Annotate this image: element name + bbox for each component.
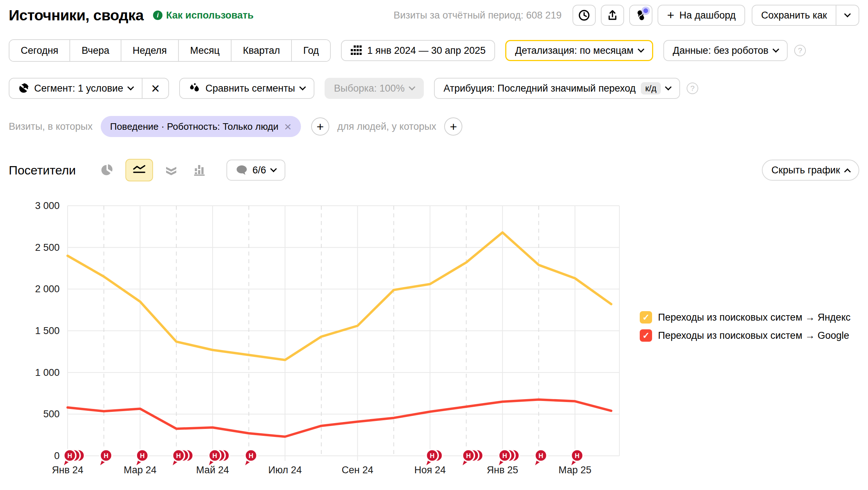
annotation-marker[interactable]: Н	[173, 450, 193, 466]
chevron-down-icon	[299, 84, 306, 90]
svg-text:Ноя 24: Ноя 24	[414, 465, 446, 475]
legend-item-0[interactable]: ✓Переходы из поисковых систем → Яндекс	[640, 311, 851, 324]
chart-type-area-button[interactable]	[161, 160, 181, 180]
export-button[interactable]	[601, 5, 624, 26]
chart-legend: ✓Переходы из поисковых систем → Яндекс✓П…	[640, 311, 851, 342]
chart-type-line-button[interactable]	[125, 159, 153, 181]
annotation-marker[interactable]: Н	[462, 450, 483, 466]
annotation-marker[interactable]: Н	[426, 450, 443, 466]
svg-text:Н: Н	[466, 452, 471, 459]
add-people-filter-button[interactable]: +	[444, 117, 462, 136]
visits-period-stat: Визиты за отчётный период: 608 219	[394, 10, 562, 21]
legend-checkbox-checked[interactable]: ✓	[640, 311, 652, 324]
annotation-marker[interactable]: Н	[535, 450, 547, 466]
date-range-label: 1 янв 2024 — 30 апр 2025	[367, 45, 486, 56]
annotation-marker[interactable]: Н	[64, 450, 85, 466]
add-to-dashboard-button[interactable]: + На дашборд	[658, 5, 745, 26]
annotations-dropdown[interactable]: 6/6	[226, 160, 286, 181]
svg-text:Мар 25: Мар 25	[559, 465, 591, 475]
export-icon	[606, 9, 619, 22]
segment-controls-row: Сегмент: 1 условие × Сравнить сегменты В…	[9, 77, 859, 100]
chevron-up-icon	[844, 168, 851, 175]
svg-text:Н: Н	[140, 452, 145, 459]
period-tab-0[interactable]: Сегодня	[9, 40, 69, 61]
annotation-marker[interactable]: Н	[245, 450, 257, 466]
annotation-marker[interactable]: Н	[209, 450, 229, 466]
sampling-dropdown[interactable]: Выборка: 100%	[325, 78, 424, 99]
save-as-split-button: Сохранить как	[752, 5, 859, 26]
svg-text:Янв 25: Янв 25	[487, 465, 518, 475]
report-history-button[interactable]	[572, 5, 596, 26]
svg-text:Н: Н	[176, 452, 181, 459]
plus-icon: +	[667, 9, 674, 21]
annotations-count: 6/6	[253, 165, 266, 176]
annotation-marker[interactable]: Н	[571, 450, 583, 466]
period-tab-2[interactable]: Неделя	[121, 40, 178, 61]
visitors-chart: 05001 0001 5002 0002 5003 000 Янв 24Мар …	[9, 201, 859, 490]
chevron-down-icon	[409, 84, 415, 90]
legend-checkbox-checked[interactable]: ✓	[640, 329, 652, 342]
compare-segments-dropdown[interactable]: Сравнить сегменты	[179, 78, 314, 99]
save-as-label: Сохранить как	[761, 10, 827, 21]
period-controls-row: СегодняВчераНеделяМесяцКварталГод 1 янв …	[9, 39, 859, 62]
chart-type-pie-button[interactable]	[97, 160, 117, 180]
behavior-filter-chip[interactable]: Поведение · Роботность: Только люди ×	[101, 116, 301, 137]
line-chart-canvas[interactable]: Янв 24Мар 24Май 24Июл 24Сен 24Ноя 24Янв …	[37, 201, 626, 488]
series-line-1[interactable]	[68, 399, 611, 437]
sampling-label: Выборка: 100%	[334, 83, 405, 94]
filter-middle-label: для людей, у которых	[337, 121, 436, 132]
chart-type-columns-button[interactable]	[189, 160, 210, 180]
svg-text:Сен 24: Сен 24	[342, 465, 373, 475]
calendar-grid-icon	[350, 45, 362, 56]
chevron-down-icon	[638, 46, 644, 52]
detalization-dropdown[interactable]: Детализация: по месяцам	[505, 40, 653, 61]
legend-item-1[interactable]: ✓Переходы из поисковых систем → Google	[640, 329, 851, 342]
page-title: Источники, сводка	[9, 7, 144, 24]
annotation-marker[interactable]: Н	[499, 450, 519, 466]
period-tab-1[interactable]: Вчера	[69, 40, 120, 61]
filter-chip-label: Поведение · Роботность: Только люди	[110, 121, 278, 132]
detalization-label: Детализация: по месяцам	[515, 45, 634, 56]
annotation-marker[interactable]: Н	[100, 450, 112, 466]
sources-summary-page: Источники, сводка i Как использовать Виз…	[0, 0, 868, 490]
hide-chart-button[interactable]: Скрыть график	[762, 160, 859, 181]
add-to-dashboard-label: На дашборд	[679, 10, 736, 21]
segment-label: Сегмент: 1 условие	[34, 83, 123, 94]
info-icon: i	[153, 11, 162, 20]
close-icon[interactable]: ×	[284, 120, 292, 134]
filter-row: Визиты, в которых Поведение · Роботность…	[9, 116, 859, 137]
save-as-button[interactable]: Сохранить как	[752, 5, 836, 25]
series-line-0[interactable]	[68, 232, 611, 360]
segment-dropdown[interactable]: Сегмент: 1 условие	[9, 79, 142, 98]
data-mode-dropdown[interactable]: Данные: без роботов	[663, 40, 788, 61]
clock-icon	[578, 9, 591, 22]
period-tab-4[interactable]: Квартал	[231, 40, 291, 61]
segment-pie-icon	[18, 83, 29, 94]
period-tab-3[interactable]: Месяц	[178, 40, 231, 61]
chevron-down-icon	[270, 165, 277, 172]
svg-text:Н: Н	[212, 452, 217, 459]
svg-text:Н: Н	[68, 452, 72, 459]
svg-text:Н: Н	[502, 452, 507, 459]
save-as-menu-button[interactable]	[836, 5, 859, 25]
data-mode-label: Данные: без роботов	[673, 45, 768, 56]
chart-header: Посетители	[9, 158, 859, 182]
comments-button[interactable]	[629, 5, 652, 26]
attribution-dropdown[interactable]: Атрибуция: Последний значимый переход к/…	[434, 78, 680, 99]
period-tab-5[interactable]: Год	[291, 40, 330, 61]
help-icon[interactable]: ?	[687, 83, 698, 94]
how-to-use-link[interactable]: i Как использовать	[153, 10, 254, 21]
legend-label: Переходы из поисковых систем → Google	[658, 330, 849, 341]
segment-clear-button[interactable]: ×	[142, 79, 168, 98]
columns-chart-icon	[193, 164, 206, 176]
chevron-down-icon	[844, 11, 851, 17]
svg-text:Май 24: Май 24	[196, 465, 229, 475]
add-visit-filter-button[interactable]: +	[311, 117, 329, 136]
period-tabs: СегодняВчераНеделяМесяцКварталГод	[9, 39, 331, 62]
annotation-marker[interactable]: Н	[136, 450, 148, 466]
stacked-area-icon	[165, 164, 178, 176]
compare-segments-label: Сравнить сегменты	[205, 83, 295, 94]
segment-split-button: Сегмент: 1 условие ×	[9, 78, 169, 99]
date-range-button[interactable]: 1 янв 2024 — 30 апр 2025	[341, 40, 495, 61]
help-icon[interactable]: ?	[794, 45, 806, 56]
